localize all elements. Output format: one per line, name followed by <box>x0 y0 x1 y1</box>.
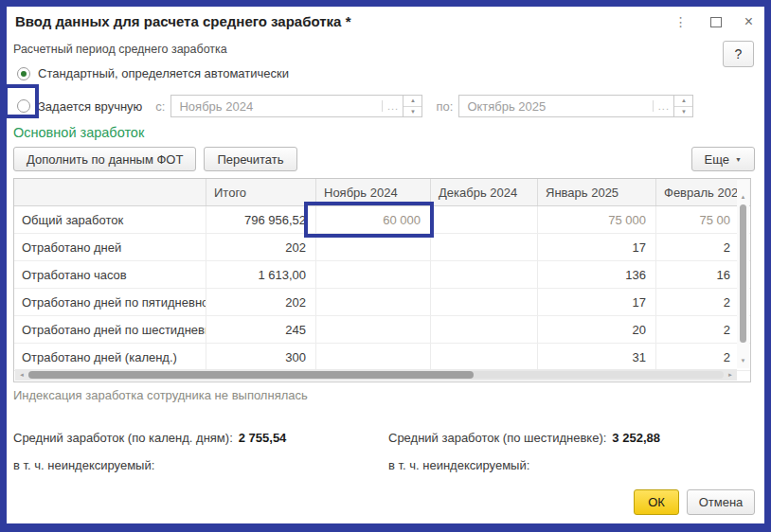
date-from-spinner[interactable]: ▲ ▼ <box>403 95 422 117</box>
scroll-left-icon[interactable]: ◄ <box>15 372 28 378</box>
cell-nov[interactable] <box>316 316 431 343</box>
date-to-field: Октябрь 2025 ... ▲ ▼ <box>458 95 693 117</box>
spinner-down-icon[interactable]: ▼ <box>403 107 421 117</box>
cell-jan[interactable]: 20 <box>538 316 656 343</box>
non-indexed-label-right: в т. ч. неиндексируемый: <box>388 458 529 472</box>
cell-nov[interactable] <box>316 344 431 370</box>
fill-from-fot-button[interactable]: Дополнить по данным ФОТ <box>13 147 196 171</box>
table-row: Отработано дней по шестидневно... 245 20… <box>14 316 750 344</box>
date-from-input[interactable]: Ноябрь 2024 <box>171 99 382 114</box>
radio-option-manual[interactable]: Задается вручную с: Ноябрь 2024 ... ▲ ▼ … <box>17 95 693 117</box>
cell-feb[interactable]: 16 <box>656 261 740 288</box>
cell-jan[interactable]: 31 <box>538 344 656 370</box>
cell-total[interactable]: 202 <box>206 234 316 260</box>
date-to-picker-icon[interactable]: ... <box>653 100 673 112</box>
cell-jan[interactable]: 75 000 <box>538 206 656 233</box>
scroll-up-icon[interactable]: ▲ <box>741 190 746 203</box>
cell-total[interactable]: 202 <box>206 289 316 315</box>
cell-total[interactable]: 796 956,52 <box>206 206 316 233</box>
cell-jan[interactable]: 136 <box>538 261 656 288</box>
cell-total[interactable]: 245 <box>206 316 316 343</box>
spinner-up-icon[interactable]: ▲ <box>674 96 692 107</box>
cell-nov[interactable] <box>316 289 431 315</box>
scroll-right-icon[interactable]: ► <box>724 372 737 378</box>
spinner-up-icon[interactable]: ▲ <box>403 96 421 107</box>
date-from-field: Ноябрь 2024 ... ▲ ▼ <box>170 95 422 117</box>
cell-jan[interactable]: 17 <box>538 234 656 260</box>
non-indexed-label-left: в т. ч. неиндексируемый: <box>13 458 154 472</box>
table-header-row: Итого Ноябрь 2024 Декабрь 2024 Январь 20… <box>14 179 750 206</box>
cell-nov[interactable] <box>316 261 431 288</box>
date-from-label: с: <box>155 99 165 114</box>
header-nov-2024[interactable]: Ноябрь 2024 <box>316 179 431 205</box>
cell-dec[interactable] <box>431 261 538 288</box>
row-label[interactable]: Отработано дней по пятидневной ... <box>14 289 206 315</box>
reread-button[interactable]: Перечитать <box>204 147 296 171</box>
header-total[interactable]: Итого <box>206 179 316 205</box>
header-feb-2025[interactable]: Февраль 2025 <box>656 179 740 205</box>
spinner-down-icon[interactable]: ▼ <box>674 107 692 117</box>
cell-dec[interactable] <box>431 289 538 315</box>
table-row: Отработано часов 1 613,00 136 16 <box>14 261 750 289</box>
date-from-picker-icon[interactable]: ... <box>382 100 403 112</box>
row-label[interactable]: Отработано часов <box>14 261 206 288</box>
cell-feb[interactable]: 2 <box>656 344 740 370</box>
earnings-section-label: Основной заработок <box>13 125 144 140</box>
row-label[interactable]: Общий заработок <box>14 206 206 233</box>
table-row: Отработано дней по пятидневной ... 202 1… <box>14 289 750 316</box>
header-jan-2025[interactable]: Январь 2025 <box>538 179 656 205</box>
vertical-scrollbar[interactable]: ▲ ▼ <box>737 180 749 368</box>
dialog-buttons: ОК Отмена <box>634 489 755 515</box>
cancel-button[interactable]: Отмена <box>687 489 755 515</box>
row-label[interactable]: Отработано дней <box>14 234 206 260</box>
summary-row-2: в т. ч. неиндексируемый: в т. ч. неиндек… <box>13 458 755 472</box>
summary-row-1: Средний заработок (по календ. дням): 2 7… <box>13 431 755 445</box>
radio-auto-icon[interactable] <box>17 67 30 80</box>
cell-feb[interactable]: 2 <box>656 289 740 315</box>
dialog-title: Ввод данных для расчета среднего заработ… <box>15 13 350 29</box>
cell-dec[interactable] <box>431 234 538 260</box>
avg-calendar-label: Средний заработок (по календ. дням): <box>13 431 233 445</box>
row-label[interactable]: Отработано дней (календ.) <box>14 344 206 370</box>
more-button-label: Еще <box>705 152 729 167</box>
help-button[interactable]: ? <box>723 41 754 67</box>
radio-manual-label: Задается вручную <box>38 99 142 114</box>
cell-nov[interactable]: 60 000 <box>316 206 431 233</box>
cell-feb[interactable]: 2 <box>656 234 740 260</box>
table-row: Отработано дней 202 17 2 <box>14 234 750 261</box>
header-name[interactable] <box>14 179 206 205</box>
date-to-label: по: <box>436 99 453 114</box>
dropdown-arrow-icon: ▼ <box>735 156 742 163</box>
avg-sixday-value: 3 252,88 <box>612 431 660 445</box>
cell-dec[interactable] <box>431 316 538 343</box>
radio-auto-label: Стандартный, определяется автоматически <box>38 66 289 80</box>
row-label[interactable]: Отработано дней по шестидневно... <box>14 316 206 343</box>
more-button[interactable]: Еще ▼ <box>691 147 755 171</box>
date-to-input[interactable]: Октябрь 2025 <box>459 99 653 114</box>
scroll-down-icon[interactable]: ▼ <box>741 354 746 366</box>
cell-total[interactable]: 1 613,00 <box>206 261 316 288</box>
maximize-icon[interactable] <box>710 17 722 27</box>
table-row: Общий заработок 796 956,52 60 000 75 000… <box>14 206 750 234</box>
cell-jan[interactable]: 17 <box>538 289 656 315</box>
cell-dec[interactable] <box>431 344 538 370</box>
ok-button[interactable]: ОК <box>634 489 679 515</box>
vertical-scroll-thumb[interactable] <box>740 204 746 343</box>
horizontal-scrollbar[interactable]: ◄ ► <box>15 369 737 381</box>
close-icon[interactable]: × <box>744 15 753 28</box>
cell-total[interactable]: 300 <box>206 344 316 370</box>
cell-feb[interactable]: 75 00 <box>656 206 740 233</box>
cell-feb[interactable]: 2 <box>656 316 740 343</box>
horizontal-scroll-thumb[interactable] <box>28 371 474 379</box>
cell-dec[interactable] <box>431 206 538 233</box>
dialog-window: Ввод данных для расчета среднего заработ… <box>7 7 764 523</box>
menu-kebab-icon[interactable]: ⋮ <box>674 15 688 28</box>
command-bar: Дополнить по данным ФОТ Перечитать Еще ▼ <box>13 147 755 171</box>
avg-calendar-value: 2 755,54 <box>239 431 287 445</box>
cell-nov[interactable] <box>316 234 431 260</box>
avg-sixday-label: Средний заработок (по шестидневке): <box>388 431 606 445</box>
date-to-spinner[interactable]: ▲ ▼ <box>674 95 693 117</box>
radio-manual-icon[interactable] <box>17 99 30 113</box>
header-dec-2024[interactable]: Декабрь 2024 <box>431 179 538 205</box>
radio-option-auto[interactable]: Стандартный, определяется автоматически <box>17 66 289 80</box>
